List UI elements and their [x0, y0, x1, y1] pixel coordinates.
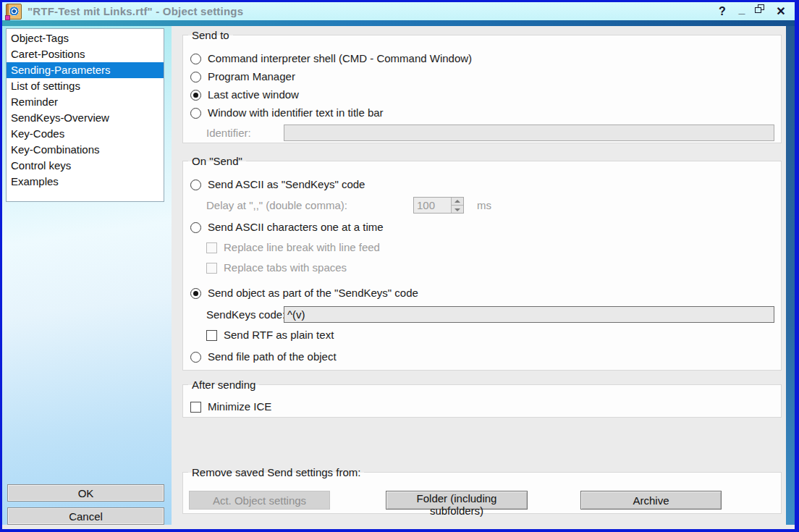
checkbox-replace-line-break: Replace line break with line feed	[206, 241, 380, 254]
checkbox-label[interactable]: Minimize ICE	[208, 400, 271, 413]
checkbox-minimize-ice[interactable]: Minimize ICE	[190, 400, 271, 413]
identifier-row: Identifier:	[206, 127, 251, 140]
sendkeys-code-label: SendKeys code:	[206, 308, 285, 321]
object-settings-window: "RTF-Test mit Links.rtf" - Object settin…	[0, 0, 799, 532]
cancel-button[interactable]: Cancel	[7, 507, 164, 525]
restore-button[interactable]	[755, 4, 768, 19]
window-title: "RTF-Test mit Links.rtf" - Object settin…	[28, 5, 243, 17]
radio-label[interactable]: Send file path of the object	[208, 350, 337, 363]
checkbox-label[interactable]: Send RTF as plain text	[224, 329, 334, 342]
sidebar-item-caret-positions[interactable]: Caret-Positions	[7, 46, 164, 62]
after-sending-group-title: After sending	[188, 378, 259, 392]
act-object-settings-button: Act. Object settings	[189, 491, 330, 510]
checkbox-icon	[206, 242, 217, 253]
radio-label[interactable]: Send ASCII as "SendKeys" code	[208, 178, 365, 191]
window-controls: ? _ ✕	[716, 4, 787, 19]
help-button[interactable]: ?	[716, 4, 729, 19]
radio-last-active-window[interactable]: Last active window	[190, 88, 299, 101]
checkbox-icon[interactable]	[190, 402, 201, 413]
radio-icon[interactable]	[190, 108, 201, 119]
delay-value: 100	[414, 198, 451, 213]
sidebar-item-sending-parameters[interactable]: Sending-Parameters	[7, 62, 164, 78]
sidebar-item-key-codes[interactable]: Key-Codes	[7, 126, 164, 142]
remove-settings-group-title: Remove saved Send settings from:	[188, 465, 364, 480]
sendkeys-code-row: SendKeys code:	[206, 308, 285, 321]
radio-icon[interactable]	[190, 54, 201, 64]
sidebar-item-reminder[interactable]: Reminder	[7, 94, 164, 110]
after-sending-group: After sending Minimize ICE	[182, 384, 782, 418]
checkbox-icon	[206, 263, 217, 274]
sidebar-item-sendkeys-overview[interactable]: SendKeys-Overview	[7, 110, 164, 126]
checkbox-label: Replace line break with line feed	[224, 241, 380, 254]
radio-label[interactable]: Last active window	[208, 88, 299, 101]
spinner-buttons	[451, 198, 463, 213]
send-to-group: Send to Command interpreter shell (CMD -…	[182, 35, 782, 143]
radio-label[interactable]: Window with identifier text in title bar	[208, 106, 384, 119]
radio-label[interactable]: Send ASCII characters one at a time	[208, 221, 384, 234]
delay-row: Delay at ",," (double comma):	[206, 199, 347, 212]
archive-button[interactable]: Archive	[580, 491, 722, 510]
checkbox-send-rtf-plain-text[interactable]: Send RTF as plain text	[206, 329, 334, 342]
radio-program-manager[interactable]: Program Manager	[190, 70, 295, 83]
radio-icon[interactable]	[190, 288, 201, 299]
radio-label[interactable]: Program Manager	[208, 70, 295, 83]
identifier-input	[284, 124, 774, 141]
sidebar-item-key-combinations[interactable]: Key-Combinations	[7, 142, 164, 158]
spinner-down-icon	[452, 206, 463, 213]
radio-label[interactable]: Send object as part of the "SendKeys" co…	[208, 287, 418, 300]
checkbox-icon[interactable]	[206, 330, 217, 341]
remove-settings-group: Remove saved Send settings from: Act. Ob…	[182, 472, 782, 514]
titlebar-accent-strip	[2, 20, 795, 26]
app-icon	[6, 4, 22, 20]
radio-window-identifier[interactable]: Window with identifier text in title bar	[190, 106, 384, 119]
delay-spinner: 100	[413, 197, 464, 214]
radio-label[interactable]: Command interpreter shell (CMD - Command…	[208, 52, 472, 65]
right-accent-band	[786, 26, 795, 525]
radio-icon[interactable]	[190, 72, 201, 83]
window-content: Object-Tags Caret-Positions Sending-Para…	[2, 26, 795, 525]
radio-send-object-sendkeys[interactable]: Send object as part of the "SendKeys" co…	[190, 287, 418, 300]
settings-category-list[interactable]: Object-Tags Caret-Positions Sending-Para…	[6, 28, 164, 202]
on-send-group: On "Send" Send ASCII as "SendKeys" code …	[182, 161, 782, 371]
delay-unit: ms	[477, 199, 491, 212]
restore-icon	[755, 4, 764, 13]
radio-send-ascii-sendkeys[interactable]: Send ASCII as "SendKeys" code	[190, 178, 365, 191]
on-send-group-title: On "Send"	[188, 154, 246, 169]
identifier-label: Identifier:	[206, 127, 251, 140]
sidebar-item-examples[interactable]: Examples	[7, 174, 164, 190]
radio-icon[interactable]	[190, 222, 201, 233]
titlebar: "RTF-Test mit Links.rtf" - Object settin…	[2, 2, 795, 20]
radio-icon[interactable]	[190, 180, 201, 190]
lens-icon	[9, 7, 19, 16]
spinner-up-icon	[452, 198, 463, 206]
sidebar: Object-Tags Caret-Positions Sending-Para…	[2, 26, 172, 525]
sidebar-item-object-tags[interactable]: Object-Tags	[7, 30, 164, 46]
radio-command-interpreter[interactable]: Command interpreter shell (CMD - Command…	[190, 52, 472, 65]
radio-send-file-path[interactable]: Send file path of the object	[190, 350, 337, 363]
minimize-button[interactable]: _	[735, 4, 748, 19]
radio-icon[interactable]	[190, 90, 201, 101]
sidebar-item-list-of-settings[interactable]: List of settings	[7, 78, 164, 94]
sendkeys-code-input[interactable]	[284, 306, 774, 323]
ok-button[interactable]: OK	[7, 484, 164, 502]
close-button[interactable]: ✕	[774, 4, 787, 19]
send-to-group-title: Send to	[188, 28, 233, 43]
checkbox-label: Replace tabs with spaces	[224, 261, 347, 274]
radio-send-ascii-one-at-a-time[interactable]: Send ASCII characters one at a time	[190, 221, 384, 234]
delay-label: Delay at ",," (double comma):	[206, 199, 347, 212]
settings-panel: Send to Command interpreter shell (CMD -…	[172, 26, 786, 525]
radio-icon[interactable]	[190, 352, 201, 363]
folder-including-subfolders-button[interactable]: Folder (including subfolders)	[386, 491, 528, 510]
sidebar-item-control-keys[interactable]: Control keys	[7, 158, 164, 174]
checkbox-replace-tabs: Replace tabs with spaces	[206, 261, 347, 274]
